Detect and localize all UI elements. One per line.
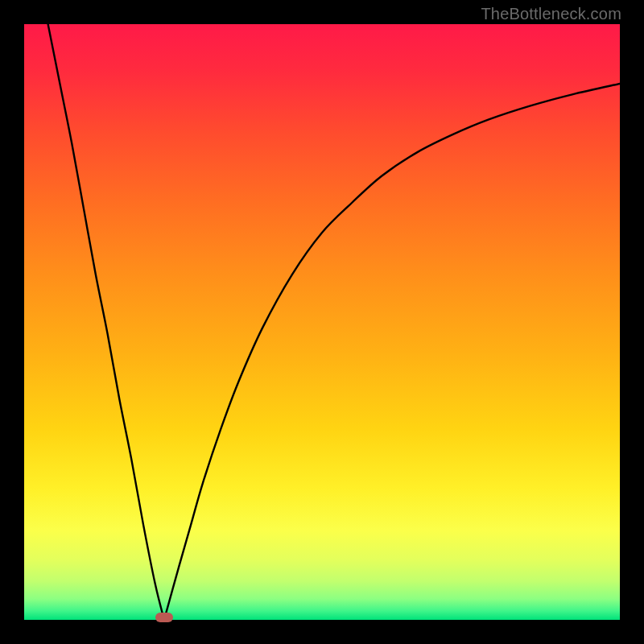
- credit-label: TheBottleneck.com: [481, 5, 621, 23]
- chart-frame: TheBottleneck.com: [0, 0, 644, 644]
- curve-right-branch: [164, 84, 620, 620]
- curves-layer: [24, 24, 620, 620]
- plot-area: [24, 24, 620, 620]
- vertex-marker: [155, 613, 173, 622]
- curve-left-branch: [48, 24, 164, 620]
